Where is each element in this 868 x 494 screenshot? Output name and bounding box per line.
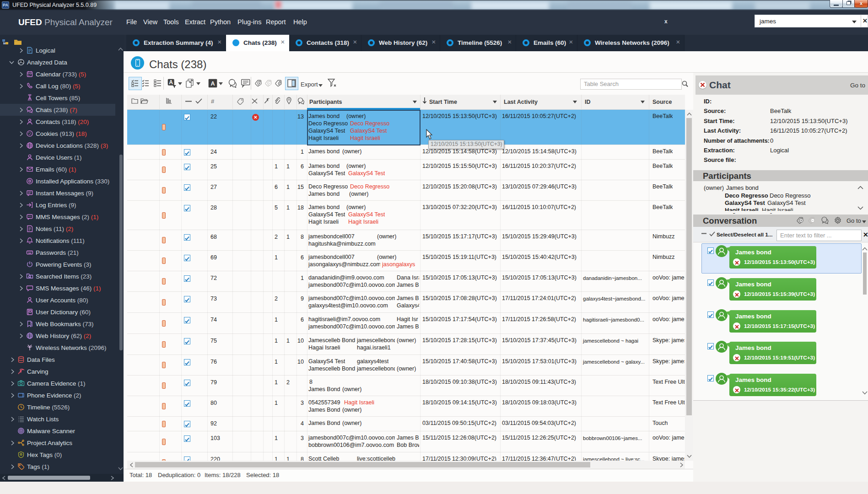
svg-text:A: A	[210, 81, 215, 87]
svg-text:A: A	[169, 79, 173, 86]
